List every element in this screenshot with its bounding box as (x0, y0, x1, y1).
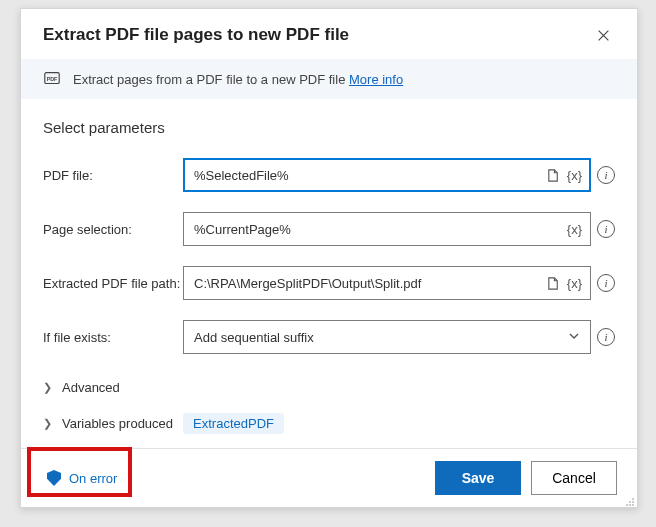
input-page-selection-text[interactable] (192, 221, 561, 238)
row-extracted-path: Extracted PDF file path: {x} i (43, 266, 615, 300)
titlebar: Extract PDF file pages to new PDF file (21, 9, 637, 59)
row-if-exists: If file exists: Add sequential suffix i (43, 320, 615, 354)
dialog-title: Extract PDF file pages to new PDF file (43, 25, 591, 45)
close-button[interactable] (591, 23, 615, 47)
chevron-down-icon (568, 330, 580, 345)
dialog-footer: On error Save Cancel (21, 448, 637, 507)
info-icon[interactable]: i (597, 274, 615, 292)
info-text: Extract pages from a PDF file to a new P… (73, 72, 403, 87)
chevron-right-icon: ❯ (43, 381, 52, 394)
info-icon[interactable]: i (597, 220, 615, 238)
section-heading: Select parameters (43, 119, 615, 136)
expander-advanced[interactable]: ❯ Advanced (43, 374, 615, 401)
info-icon[interactable]: i (597, 328, 615, 346)
label-if-exists: If file exists: (43, 330, 183, 345)
label-extracted-path: Extracted PDF file path: (43, 276, 183, 291)
cancel-button[interactable]: Cancel (531, 461, 617, 495)
expander-variables-produced[interactable]: ❯ Variables produced ExtractedPDF (43, 407, 615, 440)
variable-picker-icon[interactable]: {x} (567, 168, 582, 183)
input-page-selection[interactable]: {x} (183, 212, 591, 246)
on-error-label: On error (69, 471, 117, 486)
on-error-button[interactable]: On error (41, 466, 123, 490)
input-extracted-path[interactable]: {x} (183, 266, 591, 300)
expander-variables-label: Variables produced (62, 416, 173, 431)
label-pdf-file: PDF file: (43, 168, 183, 183)
row-page-selection: Page selection: {x} i (43, 212, 615, 246)
svg-point-5 (626, 504, 628, 506)
svg-point-3 (629, 501, 631, 503)
input-pdf-file-text[interactable] (192, 167, 540, 184)
file-picker-icon[interactable] (546, 276, 561, 291)
pdf-icon: PDF (43, 70, 61, 88)
variable-picker-icon[interactable]: {x} (567, 276, 582, 291)
input-pdf-file[interactable]: {x} (183, 158, 591, 192)
input-extracted-path-text[interactable] (192, 275, 540, 292)
svg-point-4 (632, 501, 634, 503)
svg-text:PDF: PDF (47, 76, 58, 82)
variable-picker-icon[interactable]: {x} (567, 222, 582, 237)
expander-advanced-label: Advanced (62, 380, 120, 395)
svg-point-7 (632, 504, 634, 506)
dialog: Extract PDF file pages to new PDF file P… (20, 8, 638, 508)
info-icon[interactable]: i (597, 166, 615, 184)
chevron-right-icon: ❯ (43, 417, 52, 430)
info-bar: PDF Extract pages from a PDF file to a n… (21, 59, 637, 99)
resize-grip-icon[interactable] (623, 493, 635, 505)
select-if-exists[interactable]: Add sequential suffix (183, 320, 591, 354)
row-pdf-file: PDF file: {x} i (43, 158, 615, 192)
select-if-exists-value: Add sequential suffix (194, 330, 568, 345)
svg-point-6 (629, 504, 631, 506)
label-page-selection: Page selection: (43, 222, 183, 237)
shield-icon (47, 470, 61, 486)
file-picker-icon[interactable] (546, 168, 561, 183)
svg-point-2 (632, 498, 634, 500)
more-info-link[interactable]: More info (349, 72, 403, 87)
save-button[interactable]: Save (435, 461, 521, 495)
dialog-body: Select parameters PDF file: {x} i Page s… (21, 99, 637, 448)
variable-chip[interactable]: ExtractedPDF (183, 413, 284, 434)
